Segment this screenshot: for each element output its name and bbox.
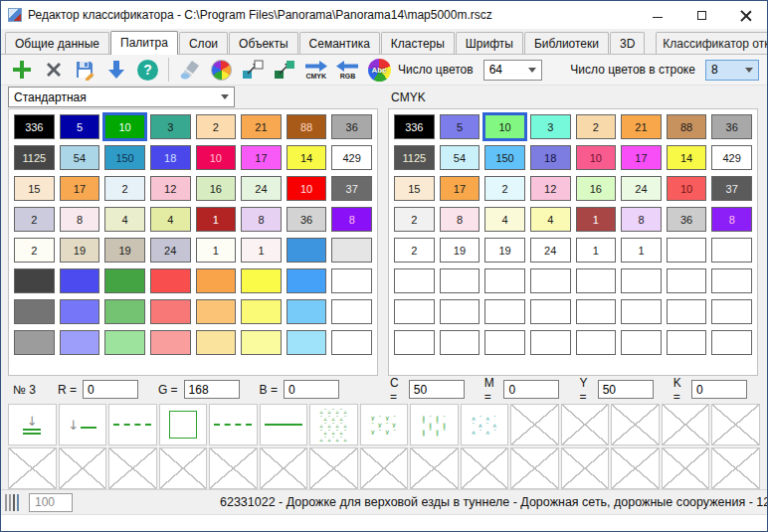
color-cell[interactable] [711,330,752,355]
tab-библиотеки[interactable]: Библиотеки [524,32,609,54]
color-cell[interactable] [331,268,372,293]
color-cell[interactable]: 10 [667,176,707,201]
color-cell[interactable] [484,299,525,324]
color-cell[interactable]: 19 [104,238,145,263]
color-cell[interactable] [576,330,617,355]
color-cell[interactable]: 16 [196,176,237,201]
color-cell[interactable]: 15 [394,176,435,201]
color-cell[interactable]: 1 [241,238,282,263]
color-cell[interactable]: 17 [60,176,100,201]
color-wheel-button[interactable] [209,57,235,83]
color-cell[interactable] [621,330,662,355]
color-cell[interactable]: 17 [621,145,662,170]
color-cell[interactable] [60,299,100,324]
b-input[interactable] [284,380,339,399]
color-cell[interactable] [287,268,327,293]
color-cell[interactable]: 3 [150,114,191,139]
color-cell[interactable]: 1 [576,207,617,232]
pattern-cell-rectangle[interactable] [159,404,208,445]
preview-swatch-white[interactable] [5,494,7,511]
color-cell[interactable] [104,268,145,293]
pattern-cell-texture[interactable]: ‖ ¯ ‖ ¯ ¯ ‖ ¯ ‖ ‖ ¯ ‖ ¯ [410,404,459,445]
color-cell[interactable] [104,299,145,324]
pattern-cell-empty[interactable] [711,404,760,445]
color-cell[interactable] [576,268,617,293]
pattern-cell-empty[interactable] [260,447,308,489]
color-cell[interactable] [667,299,707,324]
pattern-cell-empty[interactable] [410,447,459,489]
save-button[interactable] [72,57,97,83]
color-cell[interactable]: 5 [440,114,480,139]
pattern-cell-texture[interactable]: ▵¯▵¯▵¯▵ ¯▵¯▵¯▵¯ ▵¯▵¯▵¯▵ ¯▵¯▵¯▵¯ ▵¯▵¯▵¯▵ [309,404,358,445]
pattern-cell-empty[interactable] [561,447,610,489]
num-colors-select[interactable]: 64 [483,60,543,81]
color-cell[interactable] [484,330,525,355]
color-cell[interactable] [711,299,752,324]
pattern-cell-empty[interactable] [209,447,258,489]
color-cell[interactable] [287,299,327,324]
color-cell[interactable] [484,268,525,293]
color-cell[interactable]: 1 [621,238,662,263]
import-button[interactable] [103,57,129,83]
color-cell[interactable]: 16 [576,176,617,201]
color-cell[interactable]: 2 [14,207,55,232]
color-cell[interactable]: 2 [576,114,617,139]
to-cmyk-button[interactable]: CMYK [303,57,329,83]
pattern-cell-texture[interactable]: У ¯ У ¯ ¯ У ¯ У У ¯ У ¯ [360,404,409,445]
color-cell[interactable]: 1 [196,238,237,263]
color-cell[interactable]: 8 [331,207,372,232]
color-cell[interactable]: 8 [60,207,100,232]
m-input[interactable] [503,380,559,399]
color-cell[interactable]: 2 [484,176,525,201]
color-cell[interactable]: 8 [241,207,282,232]
color-cell[interactable]: 36 [667,207,707,232]
color-cell[interactable]: 15 [14,176,55,201]
color-cell[interactable] [150,268,191,293]
color-cell[interactable] [331,299,372,324]
help-button[interactable]: ? [135,57,161,83]
color-cell[interactable] [241,299,282,324]
color-cell[interactable] [331,330,372,355]
color-cell[interactable]: 88 [287,114,327,139]
fill-tool-button[interactable] [177,57,203,83]
c-input[interactable] [409,380,465,399]
to-rgb-button[interactable]: RGB [335,57,361,83]
color-cell[interactable]: 2 [394,207,435,232]
color-cell[interactable] [14,268,55,293]
pattern-cell-empty[interactable] [461,447,509,489]
pattern-cell-empty[interactable] [611,404,660,445]
color-cell[interactable]: 19 [60,238,100,263]
color-cell[interactable] [104,330,145,355]
pattern-cell-empty[interactable] [360,447,409,489]
color-cell[interactable] [14,299,55,324]
color-cell[interactable]: 429 [711,145,752,170]
color-cell[interactable]: 2 [394,238,435,263]
color-cell[interactable]: 8 [440,207,480,232]
color-cell[interactable]: 2 [196,114,237,139]
color-cell[interactable]: 24 [150,238,191,263]
color-cell[interactable] [711,238,752,263]
pattern-cell-empty[interactable] [611,447,660,489]
color-cell[interactable]: 24 [621,176,662,201]
g-input[interactable] [184,380,240,399]
color-cell[interactable]: 37 [711,176,752,201]
color-cell[interactable]: 150 [484,145,525,170]
color-cell[interactable] [150,299,191,324]
tab-слои[interactable]: Слои [179,32,228,54]
pattern-cell-empty[interactable] [662,447,710,489]
color-cell[interactable] [394,268,435,293]
color-cell[interactable]: 10 [104,114,145,139]
color-cell[interactable]: 5 [60,114,100,139]
pattern-cell-arrow-double-line[interactable]: ↓ [8,404,57,445]
color-cell[interactable] [196,299,237,324]
color-cell[interactable] [196,330,237,355]
scale-dark-button[interactable] [272,57,297,83]
preview-swatch-blue[interactable] [17,494,19,511]
color-cell[interactable] [667,268,707,293]
color-cell[interactable] [621,268,662,293]
color-cell[interactable] [394,299,435,324]
pattern-cell-empty[interactable] [510,404,559,445]
color-cell[interactable]: 2 [14,238,55,263]
delete-color-button[interactable] [41,57,67,83]
pattern-cell-empty[interactable] [711,447,760,489]
